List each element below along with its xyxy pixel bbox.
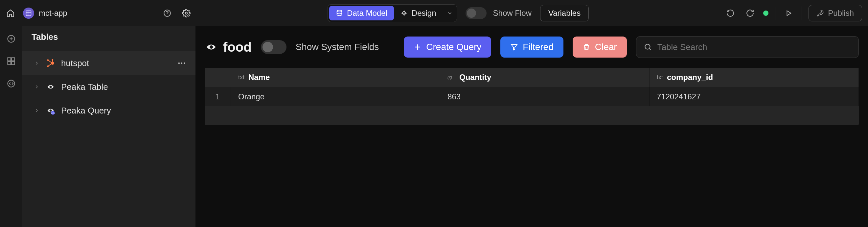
- help-button[interactable]: [161, 7, 174, 20]
- plus-circle-icon: [7, 34, 16, 44]
- search-icon: [644, 43, 652, 51]
- grid-icon: [7, 57, 16, 66]
- settings-button[interactable]: [180, 7, 193, 20]
- database-icon: [336, 9, 343, 17]
- show-system-fields-toggle[interactable]: [261, 40, 286, 54]
- app-name: mct-app: [39, 8, 67, 18]
- col-quantity[interactable]: (x) Quantity: [440, 68, 650, 87]
- show-system-fields-label: Show System Fields: [296, 42, 379, 52]
- cell-quantity[interactable]: 863: [440, 87, 650, 106]
- svg-point-16: [181, 62, 183, 64]
- nav-rail: [0, 26, 22, 227]
- create-query-button[interactable]: Create Query: [404, 36, 491, 58]
- sidebar-item-label: hutspot: [61, 58, 89, 68]
- svg-point-15: [178, 62, 180, 64]
- mode-design-label: Design: [412, 8, 436, 18]
- undo-icon: [726, 9, 735, 18]
- svg-point-11: [51, 61, 54, 64]
- col-type: txt: [657, 74, 663, 81]
- publish-label: Publish: [828, 8, 854, 18]
- redo-icon: [746, 9, 754, 18]
- variables-label: Variables: [548, 8, 581, 18]
- clear-label: Clear: [595, 42, 617, 52]
- undo-button[interactable]: [724, 7, 737, 20]
- chevron-right-icon: [34, 84, 40, 89]
- sidebar-item-hubspot[interactable]: hutspot: [22, 51, 195, 75]
- current-table: food: [205, 40, 252, 55]
- svg-rect-0: [26, 10, 31, 16]
- code-icon: [7, 79, 16, 88]
- sidebar-header: Tables: [22, 26, 195, 48]
- play-icon: [785, 9, 792, 17]
- plus-icon: [414, 43, 422, 51]
- svg-text:</>: </>: [51, 112, 55, 115]
- divider: [717, 6, 717, 20]
- design-icon: [401, 9, 408, 17]
- sidebar-item-peaka-table[interactable]: Peaka Table: [22, 75, 195, 99]
- svg-rect-8: [7, 61, 10, 64]
- run-button[interactable]: [782, 7, 795, 20]
- hubspot-icon: [45, 58, 56, 68]
- svg-text:(x): (x): [447, 75, 452, 80]
- rail-add-button[interactable]: [5, 32, 18, 46]
- sidebar-item-label: Peaka Query: [61, 106, 111, 116]
- show-flow-toggle[interactable]: [466, 7, 487, 19]
- table-search[interactable]: [636, 36, 859, 58]
- col-index: [205, 68, 231, 87]
- svg-point-18: [50, 86, 52, 88]
- row-more-button[interactable]: [177, 59, 186, 68]
- grid-footer: [205, 106, 859, 125]
- table-search-input[interactable]: [657, 42, 851, 52]
- rail-code-button[interactable]: [5, 77, 18, 90]
- create-query-label: Create Query: [426, 42, 481, 52]
- col-label: company_id: [667, 73, 713, 82]
- peaka-icon: [45, 82, 56, 92]
- sidebar-item-peaka-query[interactable]: </> Peaka Query: [22, 99, 195, 122]
- mode-switch: Data Model Design: [328, 4, 457, 22]
- svg-point-22: [210, 46, 213, 49]
- col-type: (x): [447, 74, 455, 81]
- app-icon: [23, 7, 34, 19]
- chevron-down-icon: [447, 10, 453, 16]
- col-label: Quantity: [459, 73, 491, 82]
- filtered-button[interactable]: Filtered: [500, 36, 563, 58]
- redo-button[interactable]: [743, 7, 756, 20]
- home-button[interactable]: [4, 7, 17, 20]
- col-label: Name: [248, 73, 270, 82]
- funnel-icon: [510, 43, 518, 51]
- rocket-icon: [817, 9, 824, 17]
- col-name[interactable]: txt Name: [231, 68, 440, 87]
- svg-rect-7: [11, 58, 14, 61]
- clear-button[interactable]: Clear: [572, 36, 627, 58]
- svg-point-23: [645, 44, 650, 49]
- data-grid: txt Name (x) Quantity txt company_id: [205, 68, 859, 125]
- svg-point-3: [337, 10, 342, 11]
- svg-point-17: [184, 62, 185, 64]
- mode-data-model[interactable]: Data Model: [329, 6, 394, 20]
- trash-icon: [583, 43, 590, 51]
- svg-rect-6: [7, 58, 10, 61]
- sidebar-item-label: Peaka Table: [61, 82, 108, 92]
- cell-name[interactable]: Orange: [231, 87, 440, 106]
- app-chip[interactable]: mct-app: [23, 7, 67, 19]
- chevron-right-icon: [34, 108, 40, 113]
- show-flow-label: Show Flow: [493, 8, 532, 18]
- home-icon: [6, 9, 15, 18]
- row-index: 1: [205, 87, 231, 106]
- mode-design[interactable]: Design: [394, 6, 455, 20]
- publish-button[interactable]: Publish: [809, 5, 862, 21]
- topbar: mct-app Data Model Design: [0, 0, 868, 26]
- chevron-right-icon: [34, 60, 40, 66]
- rail-grid-button[interactable]: [5, 55, 18, 68]
- svg-point-2: [185, 12, 188, 14]
- table-row[interactable]: 1 Orange 863 7120241627: [205, 87, 859, 106]
- peaka-icon: [205, 40, 218, 54]
- mode-data-model-label: Data Model: [347, 8, 388, 18]
- table-title: food: [223, 40, 252, 55]
- grid-header: txt Name (x) Quantity txt company_id: [205, 68, 859, 87]
- variables-button[interactable]: Variables: [540, 5, 589, 21]
- col-company-id[interactable]: txt company_id: [650, 68, 859, 87]
- filtered-label: Filtered: [523, 42, 553, 52]
- cell-company-id[interactable]: 7120241627: [650, 87, 859, 106]
- help-icon: [163, 9, 172, 18]
